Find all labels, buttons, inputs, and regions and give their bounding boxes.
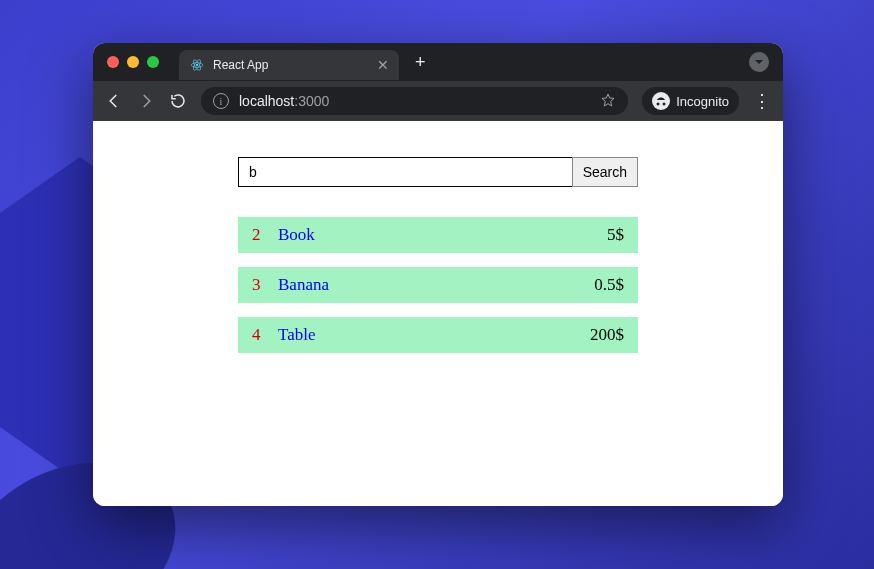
result-id: 2 bbox=[252, 225, 278, 245]
results-list: 2Book5$3Banana0.5$4Table200$ bbox=[238, 217, 638, 367]
result-row: 4Table200$ bbox=[238, 317, 638, 353]
reload-button[interactable] bbox=[169, 92, 187, 110]
browser-tab[interactable]: React App ✕ bbox=[179, 50, 399, 80]
result-name: Table bbox=[278, 325, 590, 345]
react-favicon-icon bbox=[189, 57, 205, 73]
svg-point-0 bbox=[196, 64, 198, 66]
search-form: Search bbox=[238, 157, 638, 187]
address-host: localhost:3000 bbox=[239, 93, 329, 109]
search-button[interactable]: Search bbox=[572, 157, 638, 187]
close-window-button[interactable] bbox=[107, 56, 119, 68]
result-price: 200$ bbox=[590, 325, 624, 345]
incognito-icon bbox=[652, 92, 670, 110]
new-tab-button[interactable]: + bbox=[415, 52, 426, 73]
forward-button[interactable] bbox=[137, 92, 155, 110]
tabs-dropdown-button[interactable] bbox=[749, 52, 769, 72]
result-id: 4 bbox=[252, 325, 278, 345]
browser-menu-button[interactable]: ⋮ bbox=[753, 90, 771, 112]
maximize-window-button[interactable] bbox=[147, 56, 159, 68]
result-price: 0.5$ bbox=[594, 275, 624, 295]
result-price: 5$ bbox=[607, 225, 624, 245]
bookmark-star-icon[interactable] bbox=[600, 92, 616, 111]
result-name: Banana bbox=[278, 275, 594, 295]
search-input[interactable] bbox=[238, 157, 573, 187]
close-tab-icon[interactable]: ✕ bbox=[377, 57, 389, 73]
site-info-icon[interactable]: i bbox=[213, 93, 229, 109]
result-row: 2Book5$ bbox=[238, 217, 638, 253]
result-id: 3 bbox=[252, 275, 278, 295]
tab-title: React App bbox=[213, 58, 369, 72]
result-row: 3Banana0.5$ bbox=[238, 267, 638, 303]
tab-strip: React App ✕ + bbox=[93, 43, 783, 81]
browser-toolbar: i localhost:3000 Incognito ⋮ bbox=[93, 81, 783, 121]
page-content: Search 2Book5$3Banana0.5$4Table200$ bbox=[93, 121, 783, 506]
back-button[interactable] bbox=[105, 92, 123, 110]
browser-window: React App ✕ + i localhost:3000 bbox=[93, 43, 783, 506]
window-controls bbox=[107, 56, 159, 68]
result-name: Book bbox=[278, 225, 607, 245]
incognito-label: Incognito bbox=[676, 94, 729, 109]
minimize-window-button[interactable] bbox=[127, 56, 139, 68]
address-bar[interactable]: i localhost:3000 bbox=[201, 87, 628, 115]
incognito-badge[interactable]: Incognito bbox=[642, 87, 739, 115]
